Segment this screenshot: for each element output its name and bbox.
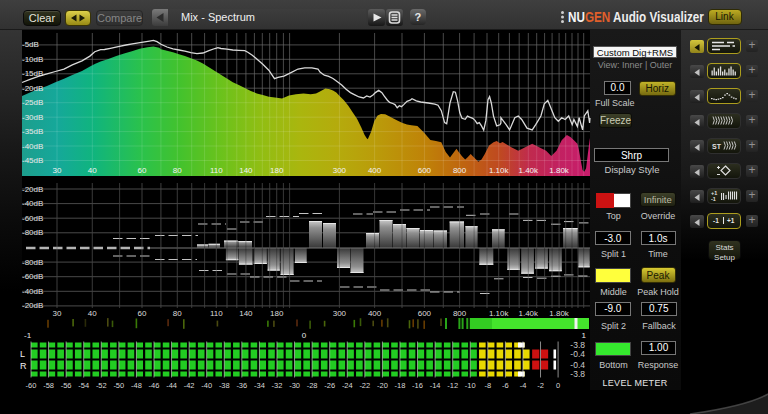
svg-text:-1: -1 [713,217,719,224]
svg-text:-1: -1 [711,196,716,202]
svg-text:ST: ST [712,142,722,149]
svg-text:+1: +1 [727,217,735,224]
